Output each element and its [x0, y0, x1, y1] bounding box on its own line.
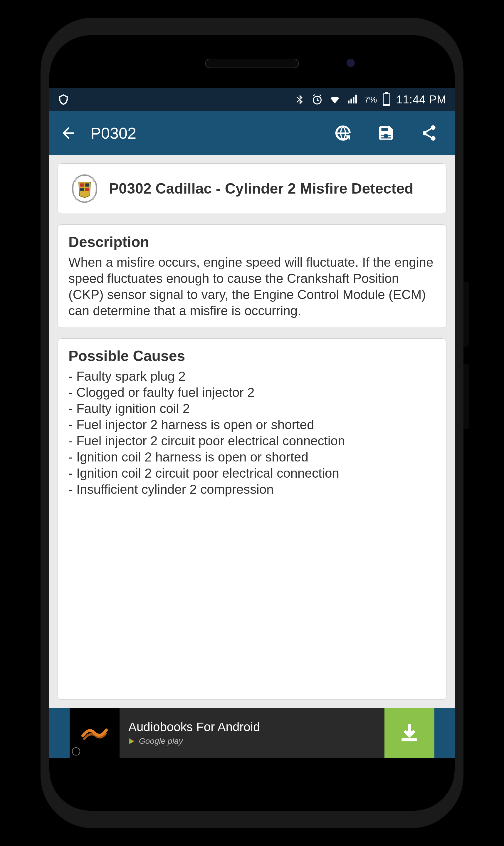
ad-app-icon: i — [70, 708, 120, 758]
causes-heading: Possible Causes — [68, 347, 436, 364]
content-area[interactable]: P0302 Cadillac - Cylinder 2 Misfire Dete… — [49, 155, 455, 708]
code-title: P0302 Cadillac - Cylinder 2 Misfire Dete… — [109, 180, 414, 197]
ad-store-label: Google play — [139, 736, 183, 746]
code-header-card: P0302 Cadillac - Cylinder 2 Misfire Dete… — [58, 163, 446, 214]
svg-rect-6 — [80, 188, 84, 191]
volume-down-button — [464, 364, 469, 429]
back-button[interactable] — [58, 123, 79, 143]
shield-icon — [58, 94, 69, 106]
causes-card: Possible Causes - Faulty spark plug 2 - … — [58, 338, 446, 700]
svg-rect-8 — [82, 193, 88, 195]
signal-icon — [346, 94, 358, 106]
description-body: When a misfire occurs, engine speed will… — [68, 254, 436, 319]
bluetooth-icon — [294, 94, 305, 106]
battery-icon — [383, 93, 390, 106]
wifi-icon — [329, 94, 341, 106]
cause-item: - Faulty spark plug 2 — [68, 368, 436, 384]
play-store-icon — [128, 737, 136, 745]
svg-rect-2 — [381, 137, 391, 138]
ad-download-button[interactable] — [384, 708, 434, 758]
app-bar-title: P0302 — [90, 124, 317, 142]
screen: 7% 11:44 PM P0302 — [49, 88, 455, 758]
cause-item: - Clogged or faulty fuel injector 2 — [68, 384, 436, 400]
phone-camera — [346, 59, 355, 67]
svg-rect-7 — [85, 188, 89, 191]
alarm-icon — [311, 94, 323, 106]
ad-title: Audiobooks For Android — [128, 720, 384, 734]
ad-banner[interactable]: i Audiobooks For Android Google play — [49, 708, 455, 758]
cause-item: - Ignition coil 2 circuit poor electrica… — [68, 465, 436, 481]
cause-item: - Fuel injector 2 circuit poor electrica… — [68, 433, 436, 449]
status-time: 11:44 PM — [396, 93, 446, 106]
description-heading: Description — [68, 234, 436, 251]
app-bar: P0302 — [49, 111, 455, 155]
cause-item: - Faulty ignition coil 2 — [68, 400, 436, 416]
svg-rect-1 — [381, 136, 391, 136]
cause-item: - Fuel injector 2 harness is open or sho… — [68, 416, 436, 433]
ad-info-icon[interactable]: i — [72, 747, 80, 756]
phone-speaker — [205, 59, 299, 68]
status-bar: 7% 11:44 PM — [49, 88, 455, 111]
save-button[interactable] — [374, 121, 398, 145]
share-button[interactable] — [417, 121, 440, 145]
description-card: Description When a misfire occurs, engin… — [58, 224, 446, 328]
globe-button[interactable] — [331, 121, 355, 145]
svg-rect-3 — [381, 139, 391, 140]
cadillac-badge-icon — [68, 173, 101, 205]
svg-rect-4 — [80, 183, 84, 186]
phone-frame: 7% 11:44 PM P0302 — [40, 18, 464, 828]
ad-text-area: Audiobooks For Android Google play — [120, 720, 384, 746]
cause-item: - Insufficient cylinder 2 compression — [68, 481, 436, 497]
volume-up-button — [464, 282, 469, 347]
causes-list: - Faulty spark plug 2 - Clogged or fault… — [68, 368, 436, 497]
cause-item: - Ignition coil 2 harness is open or sho… — [68, 449, 436, 465]
battery-percent: 7% — [364, 95, 377, 105]
svg-rect-5 — [85, 183, 89, 186]
phone-bezel: 7% 11:44 PM P0302 — [49, 35, 455, 811]
